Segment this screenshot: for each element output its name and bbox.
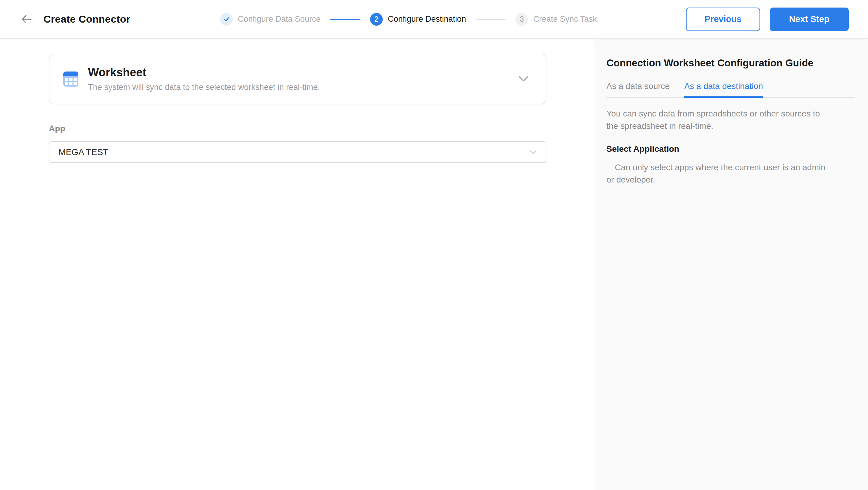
check-icon	[223, 16, 230, 23]
guide-intro-text: You can sync data from spreadsheets or o…	[607, 108, 830, 132]
guide-section-title: Select Application	[607, 144, 855, 154]
step-create-sync-task: 3 Create Sync Task	[516, 13, 597, 26]
select-chevron-down-icon	[530, 150, 537, 154]
page-title: Create Connector	[43, 13, 130, 25]
step-configure-destination: 2 Configure Destination	[370, 13, 466, 26]
guide-title: Connection Worksheet Configuration Guide	[607, 57, 855, 69]
worksheet-table-icon	[63, 71, 79, 87]
top-header: Create Connector Configure Data Source 2…	[0, 0, 868, 39]
step-connector-todo	[475, 19, 506, 20]
arrow-left-icon	[20, 13, 33, 26]
guide-tabs: As a data source As a data destination	[607, 82, 855, 98]
tab-as-a-data-source[interactable]: As a data source	[607, 82, 670, 97]
destination-card-description: The system will sync data to the selecte…	[88, 83, 320, 92]
step-connector-done	[330, 19, 361, 20]
app-field-label: App	[49, 124, 594, 133]
app-select[interactable]: MEGA TEST	[49, 141, 547, 163]
header-actions: Previous Next Step	[686, 7, 849, 31]
tab-as-a-data-destination[interactable]: As a data destination	[684, 82, 763, 98]
step-2-label: Configure Destination	[388, 15, 466, 24]
back-button[interactable]	[19, 12, 34, 27]
step-2-circle: 2	[370, 13, 383, 26]
step-1-circle	[220, 13, 233, 26]
configuration-guide-panel: Connection Worksheet Configuration Guide…	[594, 39, 868, 490]
guide-section-body: Can only select apps where the current u…	[607, 161, 830, 186]
content-area: Worksheet The system will sync data to t…	[0, 39, 868, 490]
chevron-down-icon	[519, 76, 528, 82]
step-3-circle: 3	[516, 13, 528, 26]
app-select-value: MEGA TEST	[59, 147, 108, 157]
main-panel: Worksheet The system will sync data to t…	[0, 39, 594, 490]
step-3-label: Create Sync Task	[533, 15, 597, 24]
step-1-label: Configure Data Source	[238, 15, 321, 24]
destination-card-title: Worksheet	[88, 66, 320, 79]
destination-worksheet-card[interactable]: Worksheet The system will sync data to t…	[49, 54, 547, 105]
previous-button[interactable]: Previous	[686, 7, 760, 31]
step-configure-data-source: Configure Data Source	[220, 13, 321, 26]
app-field-section: App MEGA TEST	[49, 124, 594, 163]
destination-card-text: Worksheet The system will sync data to t…	[88, 66, 320, 92]
next-step-button[interactable]: Next Step	[770, 7, 849, 31]
wizard-stepper: Configure Data Source 2 Configure Destin…	[220, 0, 597, 38]
